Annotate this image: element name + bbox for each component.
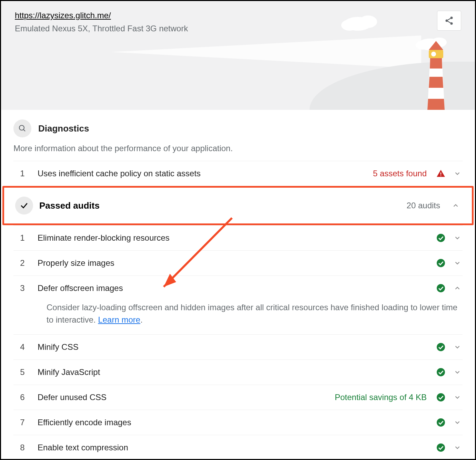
diagnostics-title: Diagnostics (38, 123, 89, 134)
diagnostics-header: Diagnostics (13, 110, 463, 144)
passed-audit-row[interactable]: 3Defer offscreen images (13, 275, 463, 301)
lighthouse-icon (421, 30, 452, 110)
svg-marker-11 (429, 77, 443, 88)
pass-icon (436, 418, 446, 427)
chevron-down-icon (452, 444, 463, 451)
svg-point-14 (431, 52, 436, 56)
row-summary: Potential savings of 4 KB (335, 393, 427, 402)
row-label: Properly size images (38, 258, 429, 268)
report-body: Diagnostics More information about the p… (1, 110, 475, 460)
passed-audits-count: 20 audits (407, 201, 440, 210)
diagnostics-description: More information about the performance o… (13, 144, 463, 161)
svg-point-25 (437, 393, 445, 401)
svg-point-23 (437, 343, 445, 351)
pass-icon (436, 284, 446, 293)
chevron-down-icon (452, 368, 463, 376)
svg-point-20 (437, 234, 445, 242)
row-label: Defer offscreen images (38, 283, 429, 293)
passed-audit-row[interactable]: 7Efficiently encode images (13, 410, 463, 435)
svg-point-2 (450, 22, 453, 25)
svg-point-0 (450, 17, 453, 19)
chevron-down-icon (452, 343, 463, 351)
audit-detail: Consider lazy-loading offscreen and hidd… (13, 301, 463, 334)
svg-point-26 (437, 418, 445, 427)
svg-point-27 (437, 443, 445, 452)
passed-audits-toggle[interactable]: Passed audits 20 audits (15, 189, 461, 222)
svg-point-16 (19, 125, 24, 130)
report-frame: https://lazysizes.glitch.me/ Emulated Ne… (0, 0, 476, 460)
pass-icon (436, 233, 446, 242)
row-label: Defer unused CSS (38, 393, 328, 402)
report-header: https://lazysizes.glitch.me/ Emulated Ne… (1, 1, 475, 110)
svg-point-1 (446, 20, 448, 22)
pass-icon (436, 343, 446, 352)
pass-icon (436, 393, 446, 402)
warning-icon (436, 169, 446, 178)
diagnostic-row[interactable]: 1 Uses inefficient cache policy on stati… (13, 161, 463, 186)
tested-url-link[interactable]: https://lazysizes.glitch.me/ (15, 11, 111, 20)
row-number: 1 (13, 233, 31, 243)
passed-audits-title: Passed audits (39, 200, 401, 211)
svg-rect-18 (440, 172, 441, 175)
svg-marker-10 (427, 99, 445, 110)
row-summary: 5 assets found (373, 169, 427, 178)
search-icon (13, 119, 31, 137)
share-button[interactable] (437, 11, 461, 31)
row-label: Enable text compression (38, 443, 429, 452)
row-label: Minify JavaScript (38, 367, 429, 377)
chevron-down-icon (452, 170, 463, 177)
pass-icon (436, 443, 446, 452)
passed-audits-list: 1Eliminate render-blocking resources2Pro… (13, 225, 463, 460)
svg-marker-15 (429, 41, 443, 50)
row-number: 4 (13, 342, 31, 352)
check-icon (15, 197, 33, 215)
passed-audits-highlight: Passed audits 20 audits (2, 186, 474, 225)
passed-audit-row[interactable]: 1Eliminate render-blocking resources (13, 225, 463, 250)
row-label: Efficiently encode images (38, 418, 429, 427)
share-icon (444, 16, 454, 25)
passed-audit-row[interactable]: 5Minify JavaScript (13, 359, 463, 385)
svg-line-17 (23, 129, 25, 131)
svg-rect-19 (440, 175, 441, 176)
passed-audit-row[interactable]: 4Minify CSS (13, 334, 463, 359)
svg-point-24 (437, 368, 445, 376)
row-number: 7 (13, 418, 31, 427)
chevron-up-icon (452, 284, 463, 292)
row-number: 5 (13, 367, 31, 377)
pass-icon (436, 259, 446, 268)
passed-audit-row[interactable]: 2Properly size images (13, 250, 463, 275)
chevron-down-icon (452, 419, 463, 426)
svg-point-21 (437, 259, 445, 267)
lighthouse-beam (111, 35, 421, 69)
row-number: 2 (13, 258, 31, 268)
row-number: 8 (13, 443, 31, 452)
svg-marker-12 (430, 58, 442, 69)
chevron-down-icon (452, 234, 463, 242)
chevron-up-icon (450, 202, 461, 209)
row-label: Eliminate render-blocking resources (38, 233, 429, 243)
passed-audit-row[interactable]: 8Enable text compression (13, 435, 463, 460)
svg-point-22 (437, 284, 445, 292)
row-label: Minify CSS (38, 342, 429, 352)
row-number: 1 (13, 169, 31, 178)
row-label: Uses inefficient cache policy on static … (38, 169, 367, 178)
chevron-down-icon (452, 259, 463, 267)
chevron-down-icon (452, 394, 463, 401)
row-number: 3 (13, 283, 31, 293)
learn-more-link[interactable]: Learn more (98, 315, 140, 324)
environment-subtitle: Emulated Nexus 5X, Throttled Fast 3G net… (15, 24, 461, 33)
passed-audit-row[interactable]: 6Defer unused CSSPotential savings of 4 … (13, 385, 463, 410)
row-number: 6 (13, 393, 31, 402)
pass-icon (436, 368, 446, 377)
